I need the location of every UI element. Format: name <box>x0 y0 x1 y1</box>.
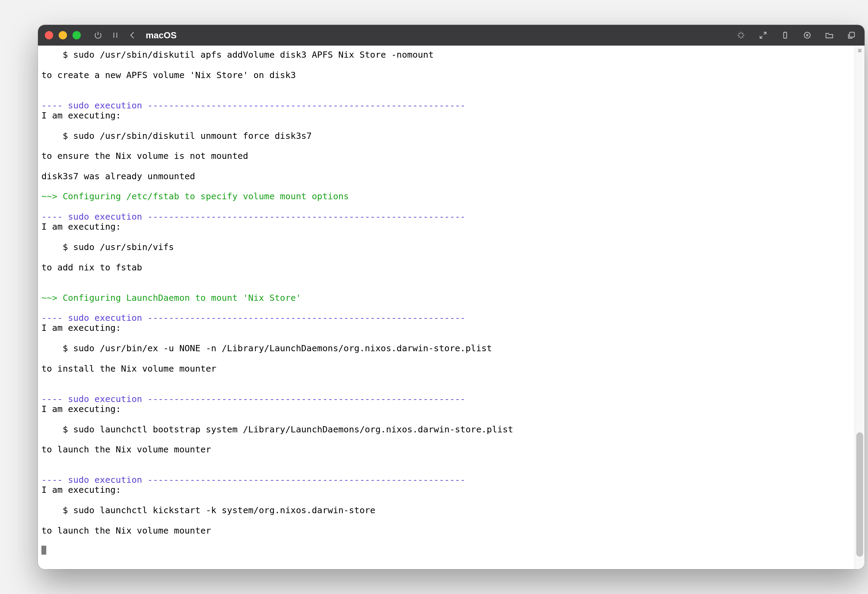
terminal-line: to launch the Nix volume mounter <box>41 445 851 455</box>
resize-icon[interactable] <box>757 29 769 41</box>
svg-point-2 <box>806 34 808 36</box>
terminal-text <box>41 414 47 424</box>
terminal-line: ---- sudo execution --------------------… <box>41 475 851 485</box>
terminal-cursor-line <box>41 546 851 557</box>
terminal-text: $ sudo /usr/sbin/diskutil unmount force … <box>41 130 312 141</box>
terminal-text <box>41 80 47 90</box>
terminal-line: I am executing: <box>41 485 851 495</box>
terminal-text: ~~> Configuring LaunchDaemon to mount 'N… <box>41 293 301 303</box>
terminal-text <box>41 282 47 293</box>
terminal-text: I am executing: <box>41 404 121 414</box>
close-button[interactable] <box>45 31 53 39</box>
terminal-line <box>41 333 851 343</box>
folder-icon[interactable] <box>823 29 836 41</box>
terminal-line <box>41 232 851 242</box>
terminal-line <box>41 414 851 424</box>
scrollbar[interactable] <box>855 46 865 569</box>
terminal-line <box>41 141 851 151</box>
terminal-line: to create a new APFS volume 'Nix Store' … <box>41 70 851 80</box>
titlebar-right-icons <box>735 29 858 41</box>
terminal-line <box>41 536 851 546</box>
terminal-line <box>41 121 851 130</box>
terminal-line <box>41 303 851 313</box>
terminal-line: ~~> Configuring LaunchDaemon to mount 'N… <box>41 293 851 303</box>
terminal-line: $ sudo /usr/sbin/diskutil apfs addVolume… <box>41 50 851 60</box>
terminal-text: I am executing: <box>41 485 121 495</box>
terminal-text <box>41 201 47 212</box>
terminal-text <box>41 161 47 171</box>
terminal-line <box>41 282 851 293</box>
terminal-text: to launch the Nix volume mounter <box>41 525 211 536</box>
terminal-line: ---- sudo execution --------------------… <box>41 394 851 404</box>
terminal-line: I am executing: <box>41 323 851 333</box>
terminal-line <box>41 495 851 505</box>
terminal-line: to add nix to fstab <box>41 263 851 272</box>
terminal-text <box>41 434 47 445</box>
terminal-text <box>41 140 47 151</box>
terminal-text: $ sudo launchctl bootstrap system /Libra… <box>41 424 513 434</box>
terminal-text: $ sudo /usr/sbin/diskutil apfs addVolume… <box>41 49 434 60</box>
power-icon[interactable] <box>92 29 104 41</box>
terminal-text: ---- sudo execution --------------------… <box>41 313 465 323</box>
stack-icon[interactable] <box>845 29 858 41</box>
disc-icon[interactable] <box>801 29 813 41</box>
terminal-line: $ sudo launchctl kickstart -k system/org… <box>41 505 851 515</box>
terminal-line: I am executing: <box>41 111 851 121</box>
terminal-text <box>41 120 47 130</box>
terminal-text: ---- sudo execution --------------------… <box>41 474 465 485</box>
terminal-line <box>41 374 851 384</box>
terminal-line <box>41 515 851 525</box>
terminal-text: to launch the Nix volume mounter <box>41 444 211 455</box>
terminal-line: to launch the Nix volume mounter <box>41 526 851 536</box>
svg-rect-3 <box>850 32 855 37</box>
sparkle-icon[interactable] <box>735 29 747 41</box>
scrollbar-thumb[interactable] <box>856 432 863 557</box>
terminal-text: I am executing: <box>41 110 121 121</box>
minimize-button[interactable] <box>59 31 67 39</box>
terminal-output[interactable]: $ sudo /usr/sbin/diskutil apfs addVolume… <box>38 46 855 569</box>
terminal-line <box>41 181 851 191</box>
terminal-line: ---- sudo execution --------------------… <box>41 212 851 222</box>
pause-icon[interactable] <box>109 29 121 41</box>
svg-point-1 <box>804 32 810 38</box>
terminal-line: $ sudo /usr/sbin/diskutil unmount force … <box>41 131 851 141</box>
terminal-text <box>41 535 47 546</box>
terminal-text: I am executing: <box>41 222 121 232</box>
terminal-text: ---- sudo execution --------------------… <box>41 100 465 111</box>
terminal-text <box>41 252 47 262</box>
window-title: macOS <box>146 30 177 41</box>
terminal-text: ---- sudo execution --------------------… <box>41 211 465 222</box>
terminal-line: ~~> Configuring /etc/fstab to specify vo… <box>41 191 851 201</box>
terminal-line <box>41 90 851 100</box>
terminal-line <box>41 60 851 70</box>
terminal-text <box>41 232 47 242</box>
terminal-text <box>41 353 47 363</box>
terminal-text: to install the Nix volume mounter <box>41 363 217 374</box>
terminal-text <box>41 272 47 282</box>
svg-rect-0 <box>784 32 787 38</box>
terminal-text: ~~> Configuring /etc/fstab to specify vo… <box>41 191 349 201</box>
maximize-button[interactable] <box>72 31 81 39</box>
terminal-text <box>41 455 47 465</box>
terminal-text: $ sudo /usr/bin/ex -u NONE -n /Library/L… <box>41 343 492 353</box>
terminal-line: $ sudo launchctl bootstrap system /Libra… <box>41 424 851 434</box>
terminal-text: to ensure the Nix volume is not mounted <box>41 151 248 161</box>
back-icon[interactable] <box>126 29 139 41</box>
terminal-line <box>41 384 851 394</box>
terminal-text <box>41 495 47 505</box>
terminal-line <box>41 252 851 262</box>
scrollbar-cap-icon <box>855 46 865 55</box>
terminal-text <box>41 464 47 475</box>
terminal-line <box>41 161 851 171</box>
terminal-line <box>41 434 851 445</box>
terminal-text: to add nix to fstab <box>41 262 142 272</box>
terminal-line <box>41 455 851 465</box>
terminal-text <box>41 383 47 394</box>
window-controls <box>45 31 81 39</box>
terminal-line: ---- sudo execution --------------------… <box>41 100 851 111</box>
terminal-text: $ sudo launchctl kickstart -k system/org… <box>41 505 375 515</box>
terminal-line <box>41 353 851 363</box>
terminal-text <box>41 59 47 70</box>
vm-window: macOS $ sudo /usr/sbin/diskuti <box>38 25 865 569</box>
device-icon[interactable] <box>779 29 791 41</box>
